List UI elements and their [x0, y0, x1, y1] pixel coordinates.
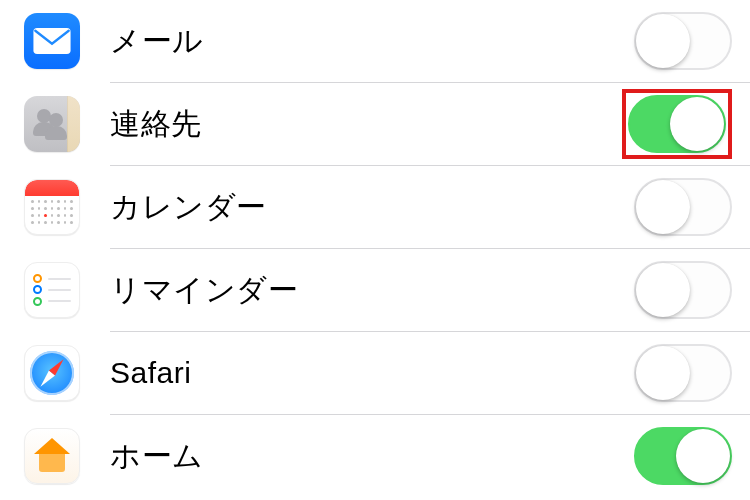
- toggle-home[interactable]: [634, 427, 732, 485]
- settings-list: メール 連絡先 カレンダー: [0, 0, 750, 497]
- row-home: ホーム: [0, 415, 750, 497]
- mail-icon: [24, 13, 80, 69]
- label-safari: Safari: [110, 356, 634, 390]
- highlight-contacts-toggle: [622, 89, 732, 159]
- label-mail: メール: [110, 21, 634, 62]
- toggle-contacts[interactable]: [628, 95, 726, 153]
- toggle-calendar[interactable]: [634, 178, 732, 236]
- label-reminders: リマインダー: [110, 270, 634, 311]
- label-contacts: 連絡先: [110, 104, 622, 145]
- contacts-icon: [24, 96, 80, 152]
- home-icon: [24, 428, 80, 484]
- reminders-icon: [24, 262, 80, 318]
- toggle-mail[interactable]: [634, 12, 732, 70]
- toggle-safari[interactable]: [634, 344, 732, 402]
- safari-icon: [24, 345, 80, 401]
- label-home: ホーム: [110, 436, 634, 477]
- row-calendar: カレンダー: [0, 166, 750, 248]
- row-mail: メール: [0, 0, 750, 82]
- toggle-reminders[interactable]: [634, 261, 732, 319]
- svg-rect-0: [33, 28, 70, 54]
- calendar-icon: [24, 179, 80, 235]
- row-contacts: 連絡先: [0, 83, 750, 165]
- row-safari: Safari: [0, 332, 750, 414]
- label-calendar: カレンダー: [110, 187, 634, 228]
- row-reminders: リマインダー: [0, 249, 750, 331]
